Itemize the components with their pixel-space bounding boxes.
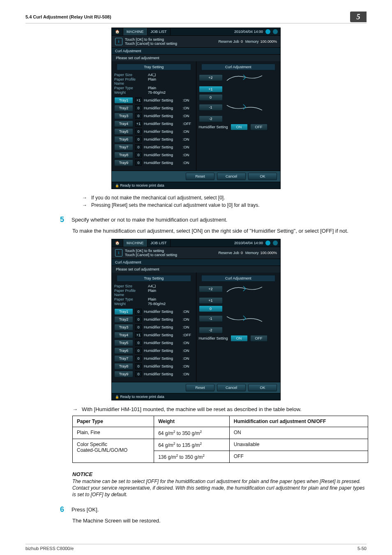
tray-humset-state: :ON (183, 356, 194, 361)
tray-button[interactable]: Tray8 (114, 363, 133, 370)
arrow-icon: → (82, 202, 87, 208)
tray-humset-label: Humidifier Setting (144, 333, 181, 337)
tray-list: Tray1 +1 Humidifier Setting :ON Tray2 0 … (114, 97, 194, 166)
ok-button[interactable]: OK (248, 384, 277, 391)
tray-list: Tray1 0 Humidifier Setting :ON Tray2 0 H… (114, 308, 194, 377)
tray-button[interactable]: Tray2 (114, 316, 133, 323)
adj-level-button[interactable]: 0 (199, 94, 223, 101)
memory-label: Memory (245, 39, 259, 44)
home-icon[interactable]: 🏠 (112, 28, 123, 35)
tray-button[interactable]: Tray8 (114, 152, 133, 158)
tray-adj-value: +1 (135, 332, 142, 338)
tray-button[interactable]: Tray7 (114, 355, 133, 362)
tray-row: Tray5 0 Humidifier Setting :ON (114, 340, 194, 346)
tab-machine[interactable]: MACHINE (123, 28, 148, 35)
adj-level-button[interactable]: -2 (199, 327, 223, 333)
kv-k: Weight (114, 90, 146, 95)
tray-humset-label: Humidifier Setting (144, 310, 181, 314)
tray-button[interactable]: Tray5 (114, 128, 133, 135)
tray-row: Tray3 0 Humidifier Setting :ON (114, 113, 194, 119)
info-icon: i (115, 38, 122, 45)
tray-button[interactable]: Tray3 (114, 113, 133, 119)
tray-row: Tray3 0 Humidifier Setting :ON (114, 324, 194, 331)
tray-row: Tray4 +1 Humidifier Setting :OFF (114, 120, 194, 127)
step-title: Press [OK]. (71, 505, 99, 514)
tray-button[interactable]: Tray9 (114, 160, 133, 166)
step-6: 6 Press [OK]. (60, 505, 367, 514)
tray-button[interactable]: Tray6 (114, 136, 133, 143)
tab-machine[interactable]: MACHINE (123, 239, 148, 247)
tray-humset-label: Humidifier Setting (144, 98, 181, 102)
kv-k: Weight (114, 302, 146, 306)
accessibility-icon[interactable] (273, 29, 278, 34)
tray-humset-state: :ON (183, 130, 194, 134)
adj-level-button[interactable]: 0 (199, 305, 223, 312)
humidifier-label: Humidifier Setting (199, 336, 228, 340)
tray-button[interactable]: Tray2 (114, 105, 133, 111)
tray-humset-state: :ON (183, 145, 194, 149)
adj-level-button[interactable]: +1 (199, 297, 223, 304)
tray-adj-value: 0 (135, 160, 142, 166)
tray-humset-label: Humidifier Setting (144, 153, 181, 157)
kv-k: Paper Size (114, 73, 146, 77)
humid-on-button[interactable]: ON (231, 335, 248, 342)
kv-v: Plain (148, 86, 156, 90)
adj-level-button[interactable]: -1 (199, 315, 223, 322)
screenshot-2: 🏠 MACHINE JOB LIST 2010/04/04 14:00 i To… (111, 239, 281, 400)
humid-off-button[interactable]: OFF (250, 124, 267, 130)
tray-button[interactable]: Tray4 (114, 332, 133, 338)
adj-level-button[interactable]: +2 (199, 286, 223, 292)
humid-off-button[interactable]: OFF (250, 335, 267, 342)
tray-humset-label: Humidifier Setting (144, 137, 181, 141)
reset-button[interactable]: Reset (186, 384, 214, 391)
tray-adj-value: 0 (135, 144, 142, 150)
cancel-button[interactable]: Cancel (217, 384, 246, 391)
tray-button[interactable]: Tray4 (114, 120, 133, 127)
adj-level-button[interactable]: +1 (199, 86, 223, 92)
step-para: To make the humidification curl adjustme… (72, 227, 367, 235)
adj-level-button[interactable]: +2 (199, 74, 223, 81)
reset-button[interactable]: Reset (186, 173, 214, 180)
col-header-left: Tray Setting (117, 64, 191, 70)
help-icon[interactable] (265, 29, 270, 34)
accessibility-icon[interactable] (273, 240, 278, 245)
adj-level-button[interactable]: -2 (199, 116, 223, 122)
td: Unavailable (229, 439, 368, 451)
tray-row: Tray1 +1 Humidifier Setting :ON (114, 97, 194, 104)
memory-value: 100.000% (260, 39, 277, 44)
step-para: The Machine Screen will be restored. (72, 517, 367, 525)
tray-button[interactable]: Tray1 (114, 308, 133, 315)
ok-button[interactable]: OK (248, 173, 277, 180)
kv-k: Paper Profile Name (114, 289, 146, 297)
sub-instruction: Please set curl adjustment (112, 266, 280, 273)
td: 136 g/m2 to 350 g/m2 (154, 451, 230, 462)
notice-text: The machine can be set to select [OFF] f… (72, 478, 367, 498)
tray-button[interactable]: Tray7 (114, 144, 133, 150)
tray-humset-state: :ON (183, 372, 194, 376)
home-icon[interactable]: 🏠 (112, 239, 123, 247)
tray-button[interactable]: Tray1 (114, 97, 133, 104)
adj-level-button[interactable]: -1 (199, 104, 223, 111)
cancel-button[interactable]: Cancel (217, 173, 246, 180)
memory-label: Memory (245, 251, 259, 255)
tray-humset-label: Humidifier Setting (144, 341, 181, 345)
td: OFF (229, 451, 368, 462)
tray-humset-label: Humidifier Setting (144, 372, 181, 376)
humid-on-button[interactable]: ON (231, 124, 248, 130)
tray-humset-label: Humidifier Setting (144, 349, 181, 353)
datetime: 2010/04/04 14:00 (234, 30, 263, 34)
bullet-item: →Pressing [Reset] sets the mechanical cu… (82, 202, 367, 208)
tab-joblist[interactable]: JOB LIST (148, 239, 171, 247)
tray-humset-state: :ON (183, 106, 194, 110)
reserve-label: Reserve Job (218, 39, 239, 44)
tray-button[interactable]: Tray9 (114, 371, 133, 377)
kv-k: Paper Size (114, 284, 146, 288)
tab-joblist[interactable]: JOB LIST (148, 28, 171, 35)
info-text: Touch [OK] to fix setting Touch [Cancel]… (125, 249, 177, 257)
tray-humset-state: :ON (183, 137, 194, 141)
help-icon[interactable] (265, 240, 270, 245)
tray-button[interactable]: Tray3 (114, 324, 133, 331)
tray-button[interactable]: Tray6 (114, 347, 133, 354)
tray-button[interactable]: Tray5 (114, 340, 133, 346)
tray-humset-label: Humidifier Setting (144, 106, 181, 110)
